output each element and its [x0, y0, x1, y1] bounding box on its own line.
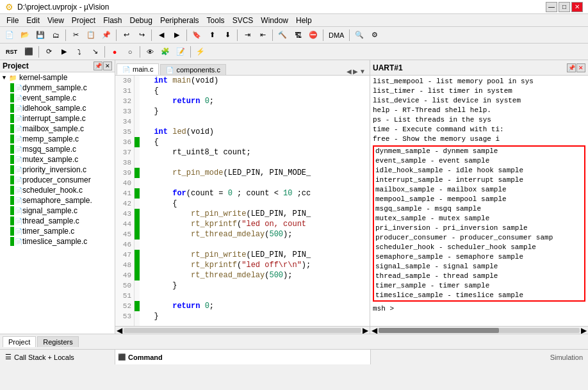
menu-peripherals[interactable]: Peripherals: [156, 15, 203, 26]
list-item[interactable]: 📄 producer_consumer: [0, 175, 115, 185]
list-item[interactable]: 📄 timeslice_sample.c: [0, 236, 115, 247]
step-into-button[interactable]: ↘: [88, 45, 102, 59]
uart-output[interactable]: list_mempool - list memory pool in sys l…: [370, 76, 588, 326]
tab-scroll-left[interactable]: ◀: [347, 68, 352, 75]
line-number: 48: [115, 260, 135, 270]
cut-button[interactable]: ✂: [69, 28, 83, 42]
minimize-button[interactable]: —: [546, 2, 557, 12]
code-line: 31 {: [115, 86, 370, 96]
redo-button[interactable]: ↪: [135, 28, 149, 42]
menu-svcs[interactable]: SVCS: [229, 15, 257, 26]
list-item[interactable]: 📄 thread_sample.c: [0, 216, 115, 226]
project-close-button[interactable]: ✕: [103, 61, 112, 70]
line-number: 31: [115, 86, 135, 96]
step-over-button[interactable]: ⤵: [72, 45, 86, 59]
save-all-button[interactable]: 🗂: [49, 28, 63, 42]
nav-fwd-button[interactable]: ▶: [170, 28, 184, 42]
copy-button[interactable]: 📋: [84, 28, 98, 42]
scroll-right-icon[interactable]: ▶: [363, 326, 368, 334]
list-item[interactable]: 📄 dynmem_sample.c: [0, 83, 115, 93]
menu-file[interactable]: File: [3, 15, 22, 26]
list-item[interactable]: 📄 semaphore_sample.: [0, 195, 115, 206]
menu-help[interactable]: Help: [292, 15, 316, 26]
nav-back-button[interactable]: ◀: [154, 28, 168, 42]
stop-build-button[interactable]: ⛔: [306, 28, 320, 42]
uart-line: help - RT-Thread shell help.: [373, 106, 585, 115]
rst-button[interactable]: RST: [3, 45, 20, 59]
undo-button[interactable]: ↩: [119, 28, 133, 42]
window-controls: — □ ✕: [546, 2, 583, 12]
save-button[interactable]: 💾: [33, 28, 47, 42]
uart-scroll-right[interactable]: ▶: [581, 326, 587, 334]
list-item[interactable]: 📄 scheduler_hook.c: [0, 185, 115, 195]
tab-registers[interactable]: Registers: [37, 336, 78, 347]
tab-components-c[interactable]: 📄 components.c: [160, 64, 225, 75]
menu-view[interactable]: View: [44, 15, 68, 26]
project-pin-button[interactable]: 📌: [94, 61, 102, 70]
unindent-button[interactable]: ⇤: [256, 28, 270, 42]
uart-scroll-left[interactable]: ◀: [372, 326, 377, 334]
folder-icon: 📁: [8, 73, 18, 82]
tab-main-c[interactable]: 📄 main.c: [117, 63, 159, 75]
tree-root[interactable]: ▼ 📁 kernel-sample: [0, 72, 115, 83]
uart-close-button[interactable]: ✕: [576, 63, 585, 72]
close-button[interactable]: ✕: [571, 2, 583, 12]
call-stack-tab[interactable]: ☰ Call Stack + Locals: [0, 352, 79, 362]
run-button[interactable]: ▶: [57, 45, 71, 59]
memory-button[interactable]: 🧩: [158, 45, 172, 59]
uart-pin-button[interactable]: 📌: [567, 63, 576, 72]
prev-bookmark-button[interactable]: ⬆: [205, 28, 219, 42]
tab-project[interactable]: Project: [3, 336, 36, 347]
code-text: }: [140, 280, 177, 291]
indent-button[interactable]: ⇥: [240, 28, 254, 42]
tree-file-label: dynmem_sample.c: [22, 83, 87, 92]
clear-bp-button[interactable]: ○: [123, 45, 137, 59]
scroll-left-icon[interactable]: ◀: [117, 326, 122, 334]
bookmark-button[interactable]: 🔖: [190, 28, 204, 42]
editor-scrollbar[interactable]: ◀ ▶: [115, 326, 370, 334]
scroll-track[interactable]: [124, 328, 361, 333]
menu-flash[interactable]: Flash: [99, 15, 126, 26]
command-panel[interactable]: ⬛ Command: [115, 350, 370, 364]
reset-button[interactable]: ⟳: [42, 45, 56, 59]
list-item[interactable]: 📄 mutex_sample.c: [0, 154, 115, 165]
code-line: 48 rt_kprintf("led off\r\n");: [115, 260, 370, 270]
list-item[interactable]: 📄 interrupt_sample.c: [0, 113, 115, 124]
list-item[interactable]: 📄 memp_sample.c: [0, 134, 115, 144]
breakpoint-button[interactable]: ●: [108, 45, 122, 59]
uart-scrollbar[interactable]: ◀ ▶: [370, 326, 588, 334]
menu-edit[interactable]: Edit: [22, 15, 44, 26]
build-button[interactable]: 🔨: [275, 28, 290, 42]
menu-debug[interactable]: Debug: [126, 15, 156, 26]
uart-scroll-track[interactable]: [379, 328, 580, 333]
list-item[interactable]: 📄 msgq_sample.c: [0, 144, 115, 154]
list-item[interactable]: 📄 signal_sample.c: [0, 206, 115, 216]
new-file-button[interactable]: 📄: [3, 28, 17, 42]
settings-button[interactable]: ⚙: [368, 28, 382, 42]
build-all-button[interactable]: 🏗: [291, 28, 305, 42]
open-button[interactable]: 📂: [18, 28, 32, 42]
list-item[interactable]: 📄 idlehook_sample.c: [0, 103, 115, 113]
code-editor[interactable]: 30 int main(void) 31 { 32 return 0; 33: [115, 76, 370, 326]
watch-button[interactable]: 👁: [143, 45, 157, 59]
maximize-button[interactable]: □: [559, 2, 570, 12]
line-indicator: [135, 178, 140, 188]
tab-scroll-right[interactable]: ▶: [353, 68, 358, 75]
menu-tools[interactable]: Tools: [203, 15, 229, 26]
next-bookmark-button[interactable]: ⬇: [220, 28, 234, 42]
code-line: 50 }: [115, 280, 370, 291]
paste-button[interactable]: 📌: [99, 28, 113, 42]
menu-project[interactable]: Project: [68, 15, 99, 26]
list-item[interactable]: 📄 mailbox_sample.c: [0, 124, 115, 134]
uart-line: list_timer - list timer in system: [373, 86, 585, 96]
stop-debug-button[interactable]: ⬛: [22, 45, 36, 59]
disasm-button[interactable]: 📝: [174, 45, 188, 59]
list-item[interactable]: 📄 timer_sample.c: [0, 226, 115, 236]
peripheral-btn[interactable]: ⚡: [193, 45, 208, 59]
search-button[interactable]: 🔍: [352, 28, 366, 42]
file-icon: 📄: [15, 187, 22, 194]
list-item[interactable]: 📄 event_sample.c: [0, 93, 115, 103]
tab-list[interactable]: ▼: [359, 68, 366, 75]
list-item[interactable]: 📄 priority_inversion.c: [0, 165, 115, 175]
menu-window[interactable]: Window: [257, 15, 292, 26]
